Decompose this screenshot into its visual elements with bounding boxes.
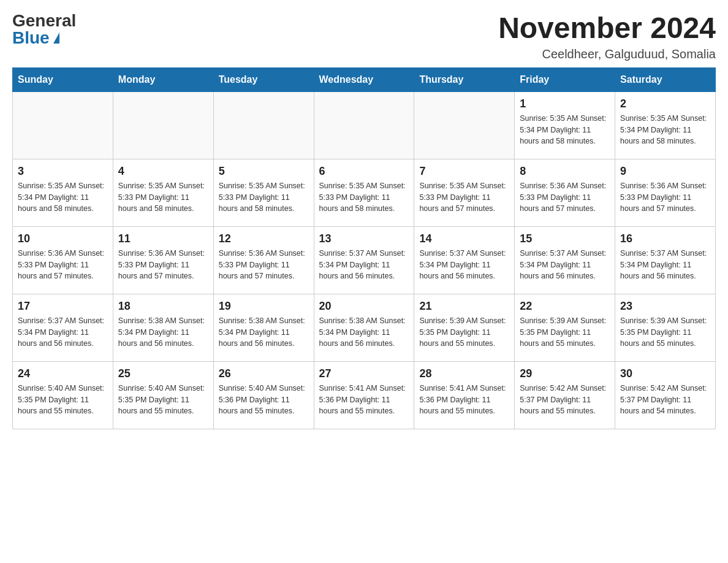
logo-blue-text: Blue bbox=[12, 29, 59, 47]
calendar-cell bbox=[414, 91, 515, 159]
day-info: Sunrise: 5:35 AM Sunset: 5:33 PM Dayligh… bbox=[219, 180, 309, 215]
day-number: 27 bbox=[319, 366, 409, 381]
month-title: November 2024 bbox=[498, 12, 716, 45]
logo-general-text: General bbox=[12, 12, 76, 29]
calendar-cell: 2Sunrise: 5:35 AM Sunset: 5:34 PM Daylig… bbox=[615, 91, 716, 159]
calendar-cell: 3Sunrise: 5:35 AM Sunset: 5:34 PM Daylig… bbox=[13, 159, 113, 226]
calendar-cell: 12Sunrise: 5:36 AM Sunset: 5:33 PM Dayli… bbox=[213, 226, 314, 294]
day-number: 11 bbox=[118, 231, 208, 247]
calendar-cell: 10Sunrise: 5:36 AM Sunset: 5:33 PM Dayli… bbox=[13, 226, 113, 294]
calendar-cell: 17Sunrise: 5:37 AM Sunset: 5:34 PM Dayli… bbox=[13, 294, 113, 361]
day-info: Sunrise: 5:35 AM Sunset: 5:33 PM Dayligh… bbox=[118, 180, 208, 215]
day-number: 26 bbox=[219, 366, 309, 381]
calendar-cell bbox=[13, 91, 113, 159]
calendar-cell: 16Sunrise: 5:37 AM Sunset: 5:34 PM Dayli… bbox=[615, 226, 716, 294]
day-info: Sunrise: 5:35 AM Sunset: 5:33 PM Dayligh… bbox=[419, 180, 509, 215]
calendar-cell: 15Sunrise: 5:37 AM Sunset: 5:34 PM Dayli… bbox=[515, 226, 615, 294]
day-number: 17 bbox=[18, 298, 108, 314]
day-number: 9 bbox=[620, 163, 710, 179]
day-number: 4 bbox=[118, 163, 208, 179]
day-info: Sunrise: 5:37 AM Sunset: 5:34 PM Dayligh… bbox=[620, 248, 710, 282]
calendar-cell: 8Sunrise: 5:36 AM Sunset: 5:33 PM Daylig… bbox=[515, 159, 615, 226]
weekday-header-tuesday: Tuesday bbox=[213, 67, 314, 91]
calendar-week-4: 24Sunrise: 5:40 AM Sunset: 5:35 PM Dayli… bbox=[13, 361, 716, 429]
calendar-cell: 26Sunrise: 5:40 AM Sunset: 5:36 PM Dayli… bbox=[213, 361, 314, 429]
day-number: 10 bbox=[18, 231, 108, 247]
calendar-cell bbox=[113, 91, 213, 159]
calendar-cell: 19Sunrise: 5:38 AM Sunset: 5:34 PM Dayli… bbox=[213, 294, 314, 361]
calendar-cell: 28Sunrise: 5:41 AM Sunset: 5:36 PM Dayli… bbox=[414, 361, 515, 429]
calendar-cell: 25Sunrise: 5:40 AM Sunset: 5:35 PM Dayli… bbox=[113, 361, 213, 429]
calendar-cell: 13Sunrise: 5:37 AM Sunset: 5:34 PM Dayli… bbox=[314, 226, 414, 294]
day-info: Sunrise: 5:36 AM Sunset: 5:33 PM Dayligh… bbox=[620, 180, 710, 215]
day-number: 5 bbox=[219, 163, 309, 179]
calendar-week-3: 17Sunrise: 5:37 AM Sunset: 5:34 PM Dayli… bbox=[13, 294, 716, 361]
calendar-cell: 23Sunrise: 5:39 AM Sunset: 5:35 PM Dayli… bbox=[615, 294, 716, 361]
day-number: 30 bbox=[620, 366, 710, 381]
day-info: Sunrise: 5:38 AM Sunset: 5:34 PM Dayligh… bbox=[319, 315, 409, 350]
calendar-cell: 11Sunrise: 5:36 AM Sunset: 5:33 PM Dayli… bbox=[113, 226, 213, 294]
day-number: 13 bbox=[319, 231, 409, 247]
calendar-cell: 7Sunrise: 5:35 AM Sunset: 5:33 PM Daylig… bbox=[414, 159, 515, 226]
calendar-cell: 1Sunrise: 5:35 AM Sunset: 5:34 PM Daylig… bbox=[515, 91, 615, 159]
day-info: Sunrise: 5:39 AM Sunset: 5:35 PM Dayligh… bbox=[620, 315, 710, 350]
day-info: Sunrise: 5:36 AM Sunset: 5:33 PM Dayligh… bbox=[118, 248, 208, 282]
day-info: Sunrise: 5:41 AM Sunset: 5:36 PM Dayligh… bbox=[419, 383, 509, 417]
day-info: Sunrise: 5:36 AM Sunset: 5:33 PM Dayligh… bbox=[18, 248, 108, 282]
day-info: Sunrise: 5:35 AM Sunset: 5:33 PM Dayligh… bbox=[319, 180, 409, 215]
day-info: Sunrise: 5:39 AM Sunset: 5:35 PM Dayligh… bbox=[419, 315, 509, 350]
page-header: General Blue November 2024 Ceeldheer, Ga… bbox=[12, 12, 716, 61]
day-number: 24 bbox=[18, 366, 108, 381]
day-info: Sunrise: 5:38 AM Sunset: 5:34 PM Dayligh… bbox=[219, 315, 309, 350]
day-info: Sunrise: 5:40 AM Sunset: 5:35 PM Dayligh… bbox=[118, 383, 208, 417]
calendar-cell: 30Sunrise: 5:42 AM Sunset: 5:37 PM Dayli… bbox=[615, 361, 716, 429]
location-title: Ceeldheer, Galguduud, Somalia bbox=[498, 47, 716, 61]
day-number: 19 bbox=[219, 298, 309, 314]
title-block: November 2024 Ceeldheer, Galguduud, Soma… bbox=[498, 12, 716, 61]
day-number: 16 bbox=[620, 231, 710, 247]
weekday-header-saturday: Saturday bbox=[615, 67, 716, 91]
day-number: 6 bbox=[319, 163, 409, 179]
day-info: Sunrise: 5:41 AM Sunset: 5:36 PM Dayligh… bbox=[319, 383, 409, 417]
calendar-cell: 18Sunrise: 5:38 AM Sunset: 5:34 PM Dayli… bbox=[113, 294, 213, 361]
day-info: Sunrise: 5:37 AM Sunset: 5:34 PM Dayligh… bbox=[419, 248, 509, 282]
weekday-header-thursday: Thursday bbox=[414, 67, 515, 91]
day-info: Sunrise: 5:37 AM Sunset: 5:34 PM Dayligh… bbox=[18, 315, 108, 350]
calendar-cell: 20Sunrise: 5:38 AM Sunset: 5:34 PM Dayli… bbox=[314, 294, 414, 361]
day-info: Sunrise: 5:38 AM Sunset: 5:34 PM Dayligh… bbox=[118, 315, 208, 350]
weekday-header-row: SundayMondayTuesdayWednesdayThursdayFrid… bbox=[13, 67, 716, 91]
weekday-header-friday: Friday bbox=[515, 67, 615, 91]
logo: General Blue bbox=[12, 12, 76, 47]
day-number: 28 bbox=[419, 366, 509, 381]
calendar-cell: 29Sunrise: 5:42 AM Sunset: 5:37 PM Dayli… bbox=[515, 361, 615, 429]
day-number: 21 bbox=[419, 298, 509, 314]
weekday-header-monday: Monday bbox=[113, 67, 213, 91]
calendar-cell: 21Sunrise: 5:39 AM Sunset: 5:35 PM Dayli… bbox=[414, 294, 515, 361]
calendar-cell: 27Sunrise: 5:41 AM Sunset: 5:36 PM Dayli… bbox=[314, 361, 414, 429]
day-info: Sunrise: 5:35 AM Sunset: 5:34 PM Dayligh… bbox=[620, 113, 710, 147]
day-number: 8 bbox=[520, 163, 610, 179]
logo-triangle-icon bbox=[53, 33, 59, 44]
calendar-cell bbox=[314, 91, 414, 159]
calendar-week-2: 10Sunrise: 5:36 AM Sunset: 5:33 PM Dayli… bbox=[13, 226, 716, 294]
day-info: Sunrise: 5:37 AM Sunset: 5:34 PM Dayligh… bbox=[319, 248, 409, 282]
calendar-cell: 5Sunrise: 5:35 AM Sunset: 5:33 PM Daylig… bbox=[213, 159, 314, 226]
day-number: 20 bbox=[319, 298, 409, 314]
day-number: 14 bbox=[419, 231, 509, 247]
calendar-cell: 6Sunrise: 5:35 AM Sunset: 5:33 PM Daylig… bbox=[314, 159, 414, 226]
calendar-cell: 14Sunrise: 5:37 AM Sunset: 5:34 PM Dayli… bbox=[414, 226, 515, 294]
day-info: Sunrise: 5:35 AM Sunset: 5:34 PM Dayligh… bbox=[18, 180, 108, 215]
day-number: 2 bbox=[620, 96, 710, 112]
calendar-cell: 24Sunrise: 5:40 AM Sunset: 5:35 PM Dayli… bbox=[13, 361, 113, 429]
day-number: 22 bbox=[520, 298, 610, 314]
day-number: 29 bbox=[520, 366, 610, 381]
calendar-cell: 4Sunrise: 5:35 AM Sunset: 5:33 PM Daylig… bbox=[113, 159, 213, 226]
day-number: 23 bbox=[620, 298, 710, 314]
day-info: Sunrise: 5:40 AM Sunset: 5:36 PM Dayligh… bbox=[219, 383, 309, 417]
calendar-cell: 22Sunrise: 5:39 AM Sunset: 5:35 PM Dayli… bbox=[515, 294, 615, 361]
calendar-week-0: 1Sunrise: 5:35 AM Sunset: 5:34 PM Daylig… bbox=[13, 91, 716, 159]
day-number: 3 bbox=[18, 163, 108, 179]
day-info: Sunrise: 5:37 AM Sunset: 5:34 PM Dayligh… bbox=[520, 248, 610, 282]
day-number: 15 bbox=[520, 231, 610, 247]
weekday-header-wednesday: Wednesday bbox=[314, 67, 414, 91]
